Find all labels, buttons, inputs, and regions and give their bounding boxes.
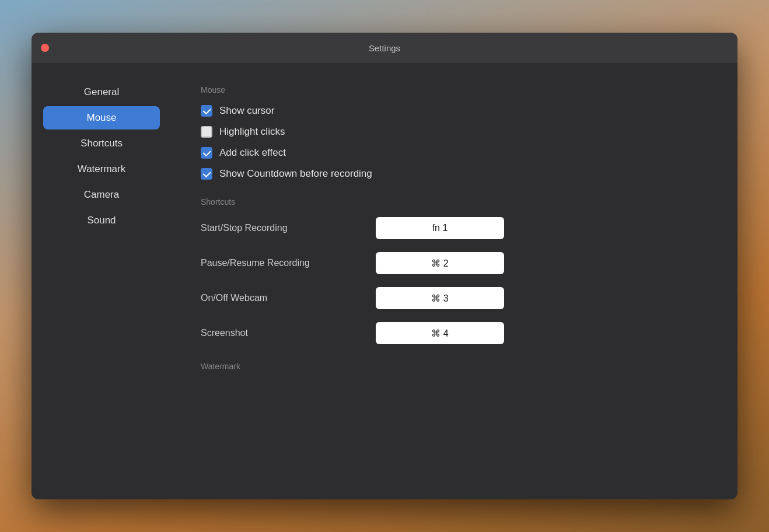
shortcut-row-start-stop: Start/Stop Recording xyxy=(201,217,708,239)
settings-window: Settings GeneralMouseShortcutsWatermarkC… xyxy=(32,33,737,499)
window-content: GeneralMouseShortcutsWatermarkCameraSoun… xyxy=(32,63,737,499)
shortcut-row-screenshot: Screenshot xyxy=(201,322,708,344)
titlebar: Settings xyxy=(32,33,737,63)
sidebar-item-camera[interactable]: Camera xyxy=(43,183,160,206)
checkbox-row-show-countdown: Show Countdown before recording xyxy=(201,168,708,180)
shortcut-rows: Start/Stop RecordingPause/Resume Recordi… xyxy=(201,217,708,344)
watermark-section-header: Watermark xyxy=(201,362,708,371)
shortcut-input-screenshot[interactable] xyxy=(376,322,504,344)
checkbox-row-add-click-effect: Add click effect xyxy=(201,147,708,159)
sidebar: GeneralMouseShortcutsWatermarkCameraSoun… xyxy=(32,63,172,499)
checkbox-show-cursor[interactable] xyxy=(201,105,212,117)
shortcut-row-pause-resume: Pause/Resume Recording xyxy=(201,252,708,274)
checkbox-highlight-clicks[interactable] xyxy=(201,126,212,138)
shortcuts-section-header: Shortcuts xyxy=(201,197,708,206)
checkbox-label-highlight-clicks: Highlight clicks xyxy=(219,126,285,138)
main-content: Mouse Show cursorHighlight clicksAdd cli… xyxy=(172,63,737,499)
close-button[interactable] xyxy=(41,44,49,52)
checkbox-row-show-cursor: Show cursor xyxy=(201,105,708,117)
sidebar-item-shortcuts[interactable]: Shortcuts xyxy=(43,132,160,155)
shortcut-label-start-stop: Start/Stop Recording xyxy=(201,223,364,233)
shortcut-input-webcam[interactable] xyxy=(376,287,504,309)
checkbox-add-click-effect[interactable] xyxy=(201,147,212,159)
sidebar-item-mouse[interactable]: Mouse xyxy=(43,106,160,130)
sidebar-item-watermark[interactable]: Watermark xyxy=(43,158,160,181)
shortcut-input-pause-resume[interactable] xyxy=(376,252,504,274)
mouse-checkboxes: Show cursorHighlight clicksAdd click eff… xyxy=(201,105,708,180)
shortcut-row-webcam: On/Off Webcam xyxy=(201,287,708,309)
sidebar-item-sound[interactable]: Sound xyxy=(43,209,160,232)
checkbox-show-countdown[interactable] xyxy=(201,168,212,180)
shortcut-label-screenshot: Screenshot xyxy=(201,328,364,338)
checkbox-row-highlight-clicks: Highlight clicks xyxy=(201,126,708,138)
mouse-section-header: Mouse xyxy=(201,85,708,94)
sidebar-item-general[interactable]: General xyxy=(43,80,160,104)
checkbox-label-show-cursor: Show cursor xyxy=(219,105,274,117)
checkbox-label-add-click-effect: Add click effect xyxy=(219,147,286,159)
shortcut-label-webcam: On/Off Webcam xyxy=(201,293,364,303)
shortcuts-section: Shortcuts Start/Stop RecordingPause/Resu… xyxy=(201,197,708,344)
watermark-section: Watermark xyxy=(201,362,708,371)
checkbox-label-show-countdown: Show Countdown before recording xyxy=(219,168,372,180)
shortcut-input-start-stop[interactable] xyxy=(376,217,504,239)
window-title: Settings xyxy=(369,43,400,53)
shortcut-label-pause-resume: Pause/Resume Recording xyxy=(201,258,364,268)
